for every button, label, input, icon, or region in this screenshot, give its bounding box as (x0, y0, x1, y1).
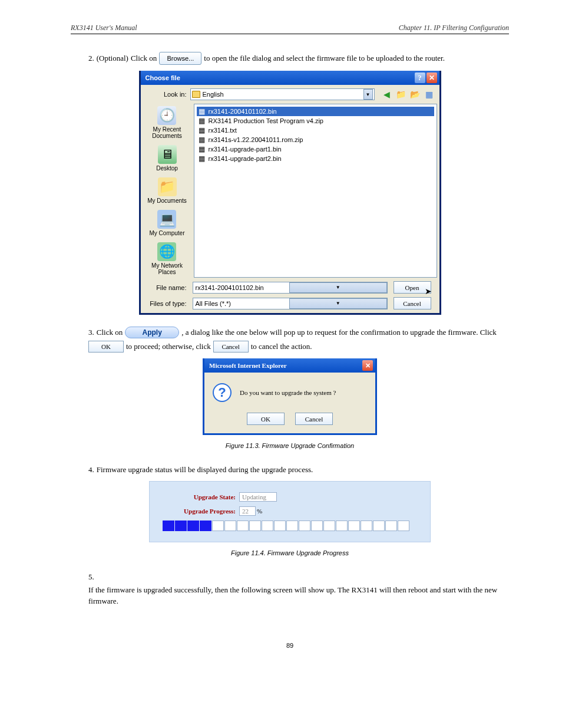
places-item[interactable]: 🌐My NetworkPlaces (151, 242, 183, 275)
view-icon[interactable]: ▦ (424, 89, 435, 100)
progress-segment (336, 521, 348, 531)
confirm-ok-button[interactable]: OK (247, 413, 285, 425)
browse-button[interactable]: Browse... (159, 52, 201, 65)
step-5: 5. If the firmware is upgraded successfu… (88, 572, 509, 607)
close-icon[interactable]: ✕ (362, 360, 373, 371)
question-icon: ? (213, 383, 232, 402)
confirm-titlebar: Microsoft Internet Explorer ✕ (204, 358, 375, 373)
cancel-button-inline[interactable]: Cancel (213, 341, 249, 353)
progress-segment (323, 521, 335, 531)
places-bar: 🕘My RecentDocuments🖥Desktop📁My Documents… (141, 104, 194, 278)
newfolder-icon[interactable]: 📂 (410, 89, 421, 100)
step-text: to open the file dialog and select the f… (204, 53, 445, 64)
step-text: Click on (97, 327, 123, 338)
progress-segment (163, 521, 174, 531)
lookin-dropdown[interactable]: English ▼ (190, 88, 375, 100)
folder-icon (192, 91, 200, 98)
step-text: If the firmware is upgraded successfully… (88, 585, 509, 606)
confirm-title: Microsoft Internet Explorer (209, 362, 287, 369)
close-button[interactable]: ✕ (427, 73, 437, 83)
cancel-button[interactable]: Cancel (394, 297, 431, 309)
file-icon: ▦ (198, 126, 206, 134)
places-item[interactable]: 🕘My RecentDocuments (152, 106, 182, 139)
dialog-title: Choose file (146, 74, 180, 81)
file-item[interactable]: ▦RX3141 Production Test Program v4.zip (197, 116, 434, 126)
progress-panel: Upgrade State: Updating Upgrade Progress… (149, 481, 431, 542)
places-item[interactable]: 📁My Documents (147, 177, 187, 204)
progress-segment (311, 521, 323, 531)
filename-input[interactable]: rx3141-2004101102.bin ▼ (193, 282, 388, 294)
confirm-message: Do you want to upgrade the system ? (240, 389, 336, 396)
step-num: 5. (88, 572, 94, 582)
dropdown-arrow-icon[interactable]: ▼ (363, 89, 373, 100)
file-name: RX3141 Production Test Program v4.zip (209, 117, 323, 124)
filetype-dropdown[interactable]: All Files (*.*) ▼ (193, 298, 388, 309)
step-text: Firmware upgrade status will be displaye… (97, 465, 313, 475)
figure-caption-1: Figure 11.3. Firmware Upgrade Confirmati… (71, 442, 509, 449)
ok-button-inline[interactable]: OK (88, 341, 124, 353)
dialog-titlebar: Choose file ? ✕ (141, 71, 439, 85)
step-text: (Optional) (97, 53, 128, 64)
lookin-label: Look in: (146, 91, 187, 98)
place-icon: 🕘 (157, 106, 176, 125)
progress-segment (175, 521, 187, 531)
place-icon: 🖥 (158, 145, 177, 164)
dropdown-arrow-icon[interactable]: ▼ (289, 298, 387, 309)
progress-segment (348, 521, 360, 531)
open-button[interactable]: Open ➤ (394, 281, 431, 294)
header-left: RX3141 User's Manual (71, 24, 137, 32)
step-4: 4. Firmware upgrade status will be displ… (88, 465, 509, 475)
progress-label: Upgrade Progress: (163, 508, 239, 515)
file-list[interactable]: ▦rx3141-2004101102.bin▦RX3141 Production… (194, 104, 437, 278)
step-3: 3. Click on Apply , a dialog like the on… (88, 327, 509, 353)
step-2: 2. (Optional) Click on Browse... to open… (88, 52, 509, 65)
state-value: Updating (239, 492, 277, 502)
progress-segment (299, 521, 310, 531)
place-label: Desktop (156, 165, 178, 172)
place-label: My Documents (147, 197, 187, 204)
file-name: rx3141s-v1.22.20041011.rom.zip (209, 136, 303, 143)
progress-segment (187, 521, 199, 531)
progress-segment (224, 521, 236, 531)
file-icon: ▦ (198, 154, 206, 163)
place-icon: 📁 (158, 177, 177, 196)
confirm-cancel-button[interactable]: Cancel (295, 413, 333, 425)
progress-bar (163, 521, 417, 531)
progress-segment (262, 521, 273, 531)
progress-segment (398, 521, 409, 531)
file-item[interactable]: ▦rx3141-upgrade-part2.bin (197, 154, 434, 163)
back-icon[interactable]: ◀ (382, 89, 392, 100)
progress-segment (373, 521, 385, 531)
step-num: 2. (88, 53, 94, 64)
file-icon: ▦ (198, 145, 206, 153)
step-num: 3. (88, 327, 94, 338)
file-name: rx3141-2004101102.bin (209, 108, 277, 115)
figure-caption-2: Figure 11.4. Firmware Upgrade Progress (71, 549, 509, 556)
cursor-icon: ➤ (425, 286, 432, 297)
apply-button[interactable]: Apply (125, 327, 179, 338)
dropdown-arrow-icon[interactable]: ▼ (289, 282, 387, 293)
file-icon: ▦ (198, 107, 206, 116)
help-button[interactable]: ? (415, 73, 425, 83)
up-icon[interactable]: 📁 (396, 89, 406, 100)
progress-segment (274, 521, 286, 531)
file-item[interactable]: ▦rx3141-2004101102.bin (197, 107, 434, 116)
dialog-bottom: File name: rx3141-2004101102.bin ▼ Open … (141, 278, 439, 313)
progress-segment (286, 521, 298, 531)
state-label: Upgrade State: (163, 493, 239, 500)
step-text: , a dialog like the one below will pop u… (181, 327, 497, 338)
step-num: 4. (88, 465, 94, 475)
confirm-dialog: Microsoft Internet Explorer ✕ ? Do you w… (203, 358, 377, 435)
places-item[interactable]: 💻My Computer (149, 210, 184, 236)
filename-value: rx3141-2004101102.bin (193, 284, 290, 291)
file-item[interactable]: ▦rx3141s-v1.22.20041011.rom.zip (197, 135, 434, 144)
progress-segment (249, 521, 261, 531)
progress-segment (361, 521, 372, 531)
places-item[interactable]: 🖥Desktop (156, 145, 178, 172)
file-item[interactable]: ▦rx3141-upgrade-part1.bin (197, 144, 434, 154)
place-label: My RecentDocuments (152, 126, 182, 139)
lookin-value: English (203, 91, 363, 98)
file-name: rx3141-upgrade-part1.bin (209, 146, 282, 153)
file-icon: ▦ (198, 136, 206, 144)
file-item[interactable]: ▦rx3141.txt (197, 126, 434, 135)
